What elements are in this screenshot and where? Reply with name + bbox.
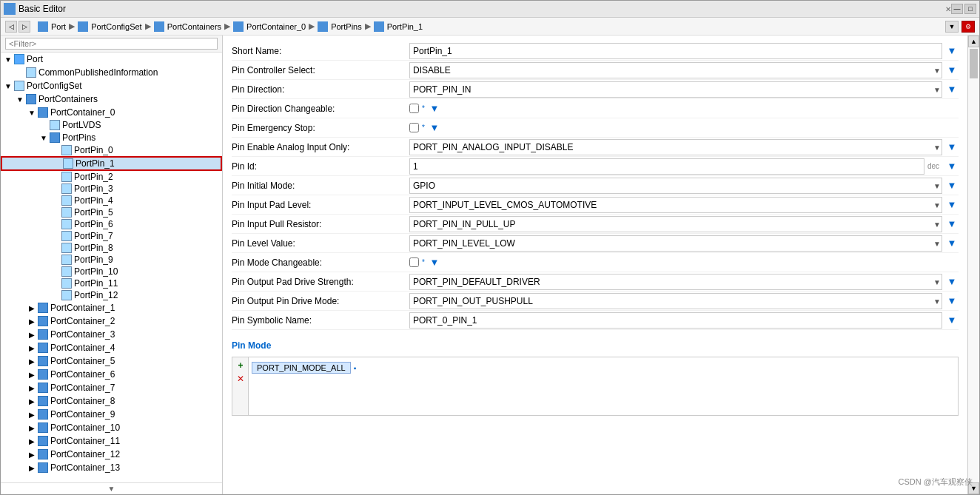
pin-mode-title[interactable]: Pin Mode [232, 340, 271, 351]
tree-item-portcontainer6[interactable]: ▶ PortContainer_6 [1, 368, 222, 381]
pin-input-pull-resistor-action-btn[interactable]: ▼ [945, 218, 959, 231]
tree-item-portcontainer9[interactable]: ▶ PortContainer_9 [1, 408, 222, 421]
tree-item-portcontainers[interactable]: ▼ PortContainers [1, 92, 222, 106]
tab-close[interactable]: ✕ [945, 5, 951, 13]
nav-back-btn[interactable]: ◁ [5, 21, 17, 33]
tree-item-portpin0[interactable]: PortPin_0 [1, 144, 222, 156]
tree-item-portpin3[interactable]: PortPin_3 [1, 183, 222, 195]
tree-toggle-portcontainers[interactable]: ▼ [14, 93, 26, 105]
select-pin-output-pin-drive[interactable]: PORT_PIN_OUT_PUSHPULL [409, 293, 942, 309]
tree-item-portcontainer4[interactable]: ▶ PortContainer_4 [1, 341, 222, 354]
pin-emergency-stop-action-btn[interactable]: ▼ [428, 121, 441, 135]
tree-item-portcontainer1[interactable]: ▶ PortContainer_1 [1, 301, 222, 314]
filter-input[interactable] [5, 38, 218, 50]
select-pin-enable-analog[interactable]: PORT_PIN_ANALOG_INPUT_DISABLE [409, 139, 942, 155]
restore-btn[interactable]: □ [964, 4, 976, 14]
input-pin-id[interactable] [409, 158, 924, 175]
breadcrumb-portpin1[interactable]: PortPin_1 [387, 22, 423, 31]
tree-toggle-portcontainer6[interactable]: ▶ [26, 368, 38, 380]
tree-item-portcontainer11[interactable]: ▶ PortContainer_11 [1, 434, 222, 448]
select-pin-input-pad-level[interactable]: PORT_INPUT_LEVEL_CMOS_AUTOMOTIVE [409, 197, 942, 213]
tree-toggle-portconfigset[interactable]: ▼ [2, 80, 14, 92]
pin-enable-analog-action-btn[interactable]: ▼ [945, 141, 959, 154]
tree-item-portcontainer0[interactable]: ▼ PortContainer_0 [1, 106, 222, 119]
tree-item-portcontainer7[interactable]: ▶ PortContainer_7 [1, 381, 222, 394]
tree-item-portpin7[interactable]: PortPin_7 [1, 230, 222, 242]
tree-toggle-portcontainer5[interactable]: ▶ [26, 355, 38, 367]
tree-item-portpin8[interactable]: PortPin_8 [1, 242, 222, 254]
pin-input-pad-level-action-btn[interactable]: ▼ [945, 198, 959, 212]
pin-mode-add-btn[interactable]: + [235, 360, 246, 371]
tree-item-commonpub[interactable]: CommonPublishedInformation [1, 66, 222, 79]
checkbox-pin-emergency-stop[interactable] [409, 123, 419, 132]
tree-toggle-portcontainer7[interactable]: ▶ [26, 382, 38, 394]
tree-toggle-portpins[interactable]: ▼ [38, 132, 50, 144]
tree-item-portpin2[interactable]: PortPin_2 [1, 171, 222, 183]
tree-container[interactable]: ▼ Port CommonPublishedInformation ▼ Port… [1, 53, 222, 482]
tree-toggle-portcontainer9[interactable]: ▶ [26, 408, 38, 420]
pin-controller-action-btn[interactable]: ▼ [945, 64, 959, 77]
short-name-action-btn[interactable]: ▼ [945, 44, 959, 58]
tree-toggle-portcontainer8[interactable]: ▶ [26, 395, 38, 407]
pin-mode-delete-btn[interactable]: ✕ [235, 373, 246, 385]
tree-toggle-portcontainer2[interactable]: ▶ [26, 315, 38, 327]
select-pin-controller[interactable]: DISABLE [409, 62, 942, 78]
tree-toggle-port[interactable]: ▼ [2, 53, 14, 65]
tree-item-portcontainer3[interactable]: ▶ PortContainer_3 [1, 328, 222, 341]
scroll-track[interactable] [968, 47, 979, 482]
breadcrumb-portpins[interactable]: PortPins [331, 22, 362, 31]
pin-initial-mode-action-btn[interactable]: ▼ [945, 179, 959, 192]
tree-item-portpin4[interactable]: PortPin_4 [1, 195, 222, 206]
pin-direction-action-btn[interactable]: ▼ [945, 83, 959, 96]
tree-item-portpin10[interactable]: PortPin_10 [1, 266, 222, 277]
pin-id-action-btn[interactable]: ▼ [945, 160, 959, 173]
tree-item-portpin11[interactable]: PortPin_11 [1, 277, 222, 289]
tree-toggle-portcontainer4[interactable]: ▶ [26, 342, 38, 354]
tree-toggle-portcontainer12[interactable]: ▶ [26, 448, 38, 460]
select-pin-initial-mode[interactable]: GPIO [409, 178, 942, 194]
tree-item-portpins[interactable]: ▼ PortPins [1, 131, 222, 144]
pin-output-pin-drive-action-btn[interactable]: ▼ [945, 294, 959, 308]
select-pin-input-pull-resistor[interactable]: PORT_PIN_IN_PULL_UP [409, 216, 942, 232]
input-short-name[interactable] [409, 43, 942, 59]
tree-item-portpin6[interactable]: PortPin_6 [1, 218, 222, 230]
breadcrumb-portconfigset[interactable]: PortConfigSet [91, 22, 141, 31]
scroll-thumb[interactable] [970, 49, 978, 78]
tree-item-portpin1[interactable]: PortPin_1 [1, 156, 222, 171]
tree-item-portcontainer13[interactable]: ▶ PortContainer_13 [1, 461, 222, 474]
tree-toggle-portcontainer1[interactable]: ▶ [26, 302, 38, 314]
tree-toggle-portcontainer0[interactable]: ▼ [26, 107, 38, 118]
tree-toggle-portcontainer3[interactable]: ▶ [26, 329, 38, 340]
filter-dropdown-btn[interactable]: ▼ [945, 21, 959, 33]
pin-mode-changeable-action-btn[interactable]: ▼ [428, 256, 441, 269]
select-pin-output-pad-drive[interactable]: PORT_PIN_DEFAULT_DRIVER [409, 274, 942, 290]
breadcrumb-port[interactable]: Port [51, 22, 66, 31]
input-pin-symbolic-name[interactable] [409, 312, 942, 329]
select-pin-level-value[interactable]: PORT_PIN_LEVEL_LOW [409, 235, 942, 252]
select-pin-direction[interactable]: PORT_PIN_IN [409, 81, 942, 98]
tree-toggle-portcontainer10[interactable]: ▶ [26, 422, 38, 434]
settings-btn[interactable]: ⚙ [961, 21, 975, 33]
tree-toggle-commonpub[interactable] [14, 67, 26, 78]
pin-symbolic-name-action-btn[interactable]: ▼ [945, 314, 959, 327]
tree-item-portcontainer10[interactable]: ▶ PortContainer_10 [1, 421, 222, 434]
checkbox-pin-mode-changeable[interactable] [409, 257, 419, 267]
minimize-btn[interactable]: — [951, 4, 963, 14]
tree-toggle-portcontainer11[interactable]: ▶ [26, 435, 38, 447]
tree-item-portpin12[interactable]: PortPin_12 [1, 289, 222, 301]
tree-item-port[interactable]: ▼ Port [1, 53, 222, 66]
nav-forward-btn[interactable]: ▷ [19, 21, 30, 33]
pin-direction-changeable-action-btn[interactable]: ▼ [428, 102, 441, 115]
checkbox-pin-direction-changeable[interactable] [409, 104, 419, 113]
pin-level-value-action-btn[interactable]: ▼ [945, 237, 959, 250]
pin-output-pad-drive-action-btn[interactable]: ▼ [945, 275, 959, 289]
tree-item-portpin5[interactable]: PortPin_5 [1, 206, 222, 218]
tree-item-portcontainer5[interactable]: ▶ PortContainer_5 [1, 354, 222, 368]
sidebar-scroll-down[interactable]: ▼ [1, 482, 222, 494]
tree-item-portpin9[interactable]: PortPin_9 [1, 254, 222, 266]
tree-item-portconfigset[interactable]: ▼ PortConfigSet [1, 79, 222, 92]
tree-item-portcontainer8[interactable]: ▶ PortContainer_8 [1, 394, 222, 408]
tree-item-portlvds[interactable]: PortLVDS [1, 119, 222, 131]
breadcrumb-portcontainer0[interactable]: PortContainer_0 [246, 22, 306, 31]
breadcrumb-portcontainers[interactable]: PortContainers [167, 22, 221, 31]
